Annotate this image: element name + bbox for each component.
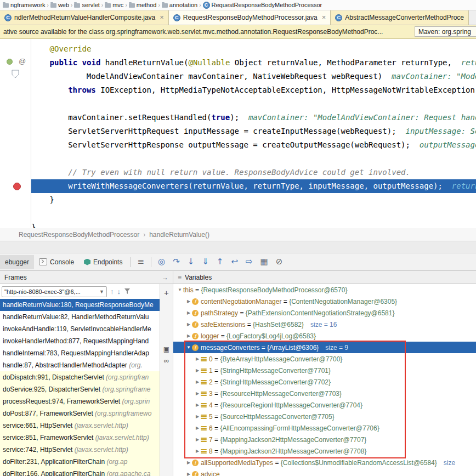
filter-frames-icon[interactable] (124, 287, 131, 297)
variable-row[interactable]: ▶fadvice (173, 468, 476, 476)
override-marker-icon[interactable] (7, 59, 13, 65)
tree-chevron-icon[interactable]: ▶ (194, 437, 201, 442)
breadcrumb-class[interactable]: RequestResponseBodyMethodProcessor (19, 231, 139, 239)
editor-tab[interactable]: CRequestResponseBodyMethodProcessor.java… (169, 10, 331, 25)
stack-frame-row[interactable]: handleReturnValue:180, RequestResponseBo… (0, 299, 160, 311)
tree-chevron-icon[interactable]: ▶ (185, 460, 192, 465)
tree-chevron-icon[interactable]: ▶ (185, 472, 192, 476)
variable-row[interactable]: ▶2 = {StringHttpMessageConverter@7702} (173, 376, 476, 388)
variable-row[interactable]: ▼fmessageConverters = {ArrayList@6306}si… (173, 342, 476, 353)
step-over-icon[interactable]: ↷ (169, 258, 184, 266)
annotation-gutter-icon[interactable]: @ (19, 57, 26, 65)
debugger-tab-ebugger[interactable]: ebugger (0, 255, 34, 269)
stack-frame-row[interactable]: doFilter:231, ApplicationFilterChain (or… (0, 456, 160, 468)
frame-text: processRequest:974, FrameworkServlet (3, 398, 122, 405)
stack-frame-row[interactable]: service:851, FrameworkServlet (javax.ser… (0, 432, 160, 444)
step-out-icon[interactable]: ↑ (213, 258, 228, 266)
tree-chevron-icon[interactable]: ▶ (194, 356, 201, 361)
tree-chevron-icon[interactable]: ▶ (194, 368, 201, 373)
code-token: ServletServerHttpRequest inputMessage = … (68, 127, 396, 135)
editor-tab[interactable]: CAbstractMessageConverterMethodProce (331, 10, 469, 25)
duplicate-icon[interactable]: ▣ (163, 346, 169, 353)
step-into-icon[interactable]: ↓ (184, 258, 199, 266)
force-step-into-icon[interactable]: ⇓ (198, 258, 213, 266)
stack-frame-row[interactable]: invokeHandlerMethod:877, RequestMappingH… (0, 335, 160, 347)
tree-chevron-icon[interactable]: ▶ (185, 333, 192, 338)
variable-row[interactable]: ▶fallSupportedMediaTypes = {Collections$… (173, 457, 476, 468)
variable-row[interactable]: ▶0 = {ByteArrayHttpMessageConverter@7700… (173, 353, 476, 365)
tree-chevron-icon[interactable]: ▶ (194, 391, 201, 396)
stack-frame-row[interactable]: doDispatch:991, DispatcherServlet (org.s… (0, 371, 160, 383)
stack-frame-row[interactable]: invokeAndHandle:119, ServletInvocableHan… (0, 323, 160, 335)
add-watch-icon[interactable]: + (164, 288, 169, 297)
tree-chevron-icon[interactable]: ▶ (185, 299, 192, 304)
stack-frame-row[interactable]: handleReturnValue:82, HandlerMethodRetur… (0, 311, 160, 323)
variable-row[interactable]: ▼this = {RequestResponseBodyMethodProces… (173, 284, 476, 296)
variable-row[interactable]: ▶1 = {StringHttpMessageConverter@7701} (173, 365, 476, 376)
tree-chevron-icon[interactable]: ▶ (194, 414, 201, 419)
mute-breakpoints-icon[interactable]: ⊘ (272, 258, 287, 266)
breadcrumb-item[interactable]: annotation (161, 2, 199, 8)
thread-dropdown[interactable]: "http-nio-8080-exec-3"@6,... ▼ (2, 286, 107, 297)
variable-row[interactable]: ▶4 = {ResourceRegionHttpMessageConverter… (173, 399, 476, 411)
variable-row[interactable]: ▶fpathStrategy = {PathExtensionContentNe… (173, 307, 476, 319)
breadcrumb-method[interactable]: handleReturnValue() (149, 231, 209, 239)
infinity-watches-icon[interactable]: ∞ (164, 357, 169, 364)
array-item-icon (201, 379, 207, 385)
show-execution-point-icon[interactable]: ◎ (154, 258, 169, 266)
inline-debug-hint: returnValu (443, 182, 476, 190)
code-editor[interactable]: @ @Overridepublic void handleReturnValue… (0, 39, 476, 228)
run-to-cursor-icon[interactable]: ⇨ (242, 258, 257, 266)
editor-tab[interactable]: CndlerMethodReturnValueHandlerComposite.… (0, 10, 169, 25)
stack-frame-row[interactable]: service:661, HttpServlet (javax.servlet.… (0, 420, 160, 432)
variable-row[interactable]: ▶7 = {MappingJackson2HttpMessageConverte… (173, 434, 476, 445)
variable-row[interactable]: ▶5 = {SourceHttpMessageConverter@7705} (173, 411, 476, 422)
frame-text: doService:925, DispatcherServlet (3, 386, 102, 393)
tree-chevron-icon[interactable]: ▶ (185, 310, 192, 315)
stack-frame-row[interactable]: doFilter:166, ApplicationFilterChain (or… (0, 468, 160, 476)
debugger-tab-endpoints[interactable]: Endpoints (79, 255, 127, 269)
frames-toolbar: "http-nio-8080-exec-3"@6,... ▼ ↑ ↓ (0, 284, 160, 299)
layout-menu-icon[interactable]: ≡ (133, 258, 148, 266)
variable-row[interactable]: ▶8 = {MappingJackson2HttpMessageConverte… (173, 445, 476, 457)
variable-row[interactable]: ▶fsafeExtensions = {HashSet@6582}size = … (173, 319, 476, 330)
stack-frame-row[interactable]: doService:925, DispatcherServlet (org.sp… (0, 383, 160, 395)
tree-chevron-icon[interactable]: ▶ (194, 379, 201, 384)
breadcrumb-item[interactable]: mvc (104, 2, 124, 8)
variable-row[interactable]: ▶flogger = {LogFactory$Log4jLog@6583} (173, 330, 476, 342)
tree-chevron-icon[interactable]: ▼ (177, 287, 183, 292)
breakpoint-icon[interactable] (13, 183, 21, 190)
debugger-tab-console[interactable]: Console (34, 255, 79, 269)
stack-frame-row[interactable]: handle:87, AbstractHandlerMethodAdapter … (0, 359, 160, 371)
variable-row[interactable]: ▶fcontentNegotiationManager = {ContentNe… (173, 296, 476, 307)
breadcrumb-item[interactable]: CRequestResponseBodyMethodProcessor (202, 2, 324, 9)
tree-chevron-icon[interactable]: ▶ (194, 403, 201, 407)
breadcrumb-item[interactable]: ngframework (2, 2, 47, 8)
stack-frame-row[interactable]: doPost:877, FrameworkServlet (org.spring… (0, 407, 160, 420)
close-icon[interactable]: × (322, 15, 326, 20)
frames-panel-menu-icon[interactable]: → (162, 274, 168, 281)
maven-source-selector[interactable]: Maven: org.spring (415, 26, 476, 37)
view-breakpoints-icon[interactable]: ▦ (257, 258, 272, 266)
variable-name: 6 (209, 424, 213, 432)
variable-row[interactable]: ▶3 = {ResourceHttpMessageConverter@7703} (173, 388, 476, 399)
close-icon[interactable]: × (160, 15, 164, 20)
frame-package: (javax.servlet.http) (75, 422, 128, 429)
breadcrumb-item[interactable]: web (49, 2, 70, 8)
breadcrumb-item[interactable]: servlet (73, 2, 100, 8)
variable-row[interactable]: ▶6 = {AllEncompassingFormHttpMessageConv… (173, 422, 476, 434)
array-item-icon (201, 402, 207, 408)
stack-frame-row[interactable]: service:742, HttpServlet (javax.servlet.… (0, 444, 160, 456)
tree-chevron-icon[interactable]: ▶ (194, 426, 201, 430)
variables-menu-icon[interactable]: ≡ (178, 274, 182, 281)
previous-frame-icon[interactable]: ↑ (110, 287, 114, 296)
next-frame-icon[interactable]: ↓ (117, 287, 121, 296)
drop-frame-icon[interactable]: ↩ (227, 258, 242, 266)
folder-icon (74, 3, 80, 8)
stack-frame-row[interactable]: handleInternal:783, RequestMappingHandle… (0, 347, 160, 359)
tree-chevron-icon[interactable]: ▶ (185, 322, 192, 327)
stack-frame-row[interactable]: processRequest:974, FrameworkServlet (or… (0, 395, 160, 407)
breadcrumb-item[interactable]: method (128, 2, 158, 8)
tree-chevron-icon[interactable]: ▶ (194, 449, 201, 454)
tree-chevron-icon[interactable]: ▼ (185, 345, 192, 350)
